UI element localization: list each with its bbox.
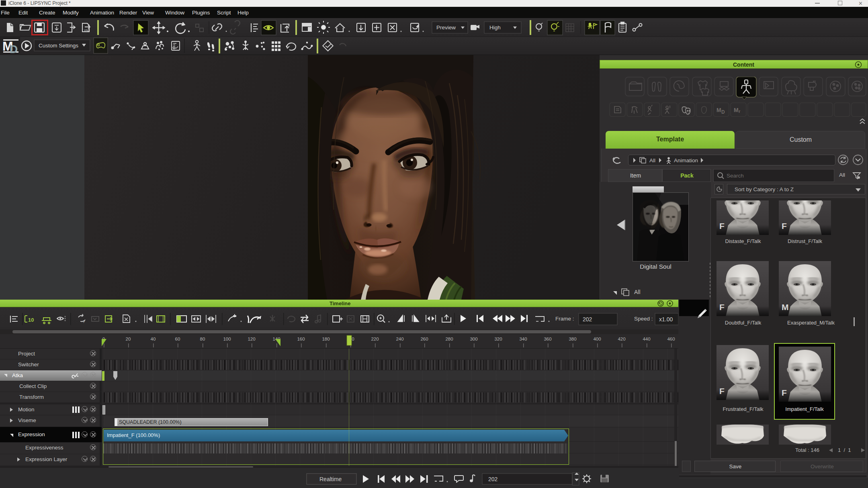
svg-text:60: 60	[175, 337, 180, 341]
svg-text:Realtime: Realtime	[319, 476, 342, 482]
svg-text:180: 180	[322, 337, 330, 341]
svg-text:40: 40	[151, 337, 156, 341]
svg-text:Preview: Preview	[436, 25, 456, 31]
svg-text:340: 340	[519, 337, 527, 341]
svg-text:?: ?	[83, 320, 85, 324]
svg-text:160: 160	[297, 337, 305, 341]
svg-text:VNS: VNS	[84, 29, 90, 32]
svg-text:280: 280	[445, 337, 453, 341]
svg-text:Frame :: Frame :	[555, 316, 574, 322]
svg-text:Animation: Animation	[674, 157, 698, 163]
svg-text:M: M	[717, 107, 721, 113]
svg-text:320: 320	[494, 337, 502, 341]
svg-text:High: High	[489, 25, 501, 31]
svg-text:D: D	[10, 43, 18, 55]
svg-text:220: 220	[371, 337, 379, 341]
svg-text:r: r	[739, 109, 741, 114]
svg-text:M: M	[734, 107, 739, 113]
svg-text:260: 260	[420, 337, 428, 341]
svg-text:460: 460	[667, 337, 675, 341]
svg-text:120: 120	[248, 337, 255, 341]
svg-text:D: D	[721, 109, 725, 115]
svg-text:All: All	[649, 157, 655, 163]
svg-text:240: 240	[396, 337, 403, 341]
svg-text:Custom Settings: Custom Settings	[39, 43, 78, 49]
svg-text:420: 420	[618, 337, 625, 341]
svg-text:202: 202	[583, 316, 592, 323]
svg-text:400: 400	[593, 337, 601, 341]
svg-text:360: 360	[544, 337, 551, 341]
svg-text:x1.00: x1.00	[659, 316, 673, 323]
svg-text:380: 380	[569, 337, 576, 341]
svg-text:20: 20	[126, 337, 131, 341]
svg-text:10: 10	[28, 317, 34, 323]
svg-text:440: 440	[643, 337, 650, 341]
svg-text:80: 80	[200, 337, 205, 341]
svg-text:202: 202	[488, 476, 498, 482]
svg-text:100: 100	[223, 337, 231, 341]
svg-text:300: 300	[470, 337, 477, 341]
svg-text:Speed :: Speed :	[634, 316, 653, 322]
